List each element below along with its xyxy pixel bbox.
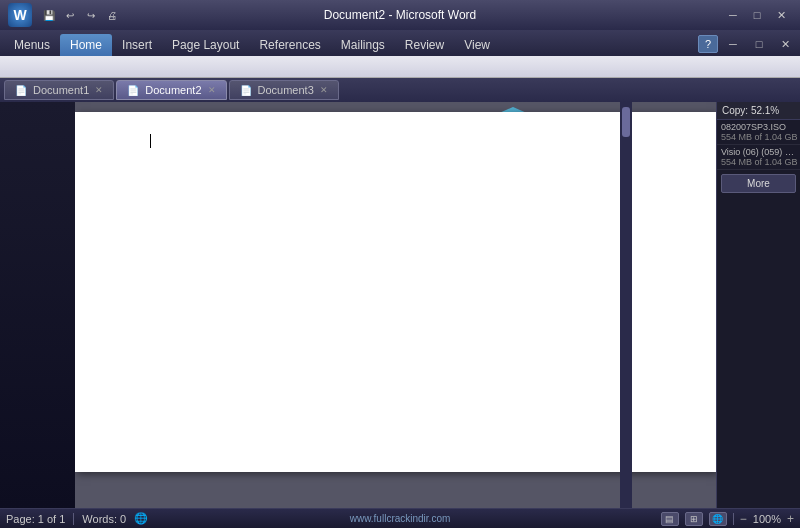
doc-tab-close-3[interactable]: ✕ [320,85,328,95]
copy-item-2-name: Visio (06) (059) Pa... [721,147,796,157]
view-print-btn[interactable]: ▤ [661,512,679,526]
ribbon-content [0,56,800,78]
quick-print-btn[interactable]: 🖨 [103,6,121,24]
vertical-scrollbar[interactable] [620,102,632,508]
doc-tab-label-2: Document2 [145,84,201,96]
status-divider-2 [733,513,734,525]
copy-item-1: 082007SP3.ISO 554 MB of 1.04 GB [717,120,800,145]
undo-quick-btn[interactable]: ↩ [61,6,79,24]
copy-item-1-size: 554 MB of 1.04 GB [721,132,796,142]
save-quick-btn[interactable]: 💾 [40,6,58,24]
more-button[interactable]: More [721,174,796,193]
tab-view[interactable]: View [454,34,500,56]
help-button[interactable]: ? [698,35,718,53]
redo-quick-btn[interactable]: ↪ [82,6,100,24]
ribbon-right-controls: ? ─ □ ✕ [698,35,796,56]
tab-mailings[interactable]: Mailings [331,34,395,56]
doc-tab-2[interactable]: 📄 Document2 ✕ [116,80,226,100]
doc-tab-1[interactable]: 📄 Document1 ✕ [4,80,114,100]
tab-home[interactable]: Home [60,34,112,56]
doc-tab-close-1[interactable]: ✕ [95,85,103,95]
tab-insert[interactable]: Insert [112,34,162,56]
word-count: Words: 0 [82,513,126,525]
doc-tab-label-3: Document3 [258,84,314,96]
copy-header: Copy: 52.1% [717,102,800,120]
main-area: Copy: 52.1% 082007SP3.ISO 554 MB of 1.04… [0,102,800,508]
maximize-button[interactable]: □ [746,7,768,23]
copy-progress-panel: Copy: 52.1% 082007SP3.ISO 554 MB of 1.04… [716,102,800,508]
minimize-button[interactable]: ─ [722,7,744,23]
text-cursor [150,134,151,148]
view-web-btn[interactable]: 🌐 [709,512,727,526]
ribbon-restore-btn[interactable]: □ [748,36,770,52]
tab-page-layout[interactable]: Page Layout [162,34,249,56]
zoom-out-btn[interactable]: − [740,512,747,526]
word-icon: W [8,3,32,27]
tab-review[interactable]: Review [395,34,454,56]
zoom-in-btn[interactable]: + [787,512,794,526]
title-bar: W 💾 ↩ ↪ 🖨 Document2 - Microsoft Word ─ □… [0,0,800,30]
window-controls: ─ □ ✕ [722,7,792,23]
copy-item-2: Visio (06) (059) Pa... 554 MB of 1.04 GB [717,145,800,170]
ribbon-close-btn[interactable]: ✕ [774,36,796,52]
ribbon-tabs: Menus Home Insert Page Layout References… [0,30,800,56]
zoom-level: 100% [753,513,781,525]
doc-tab-3[interactable]: 📄 Document3 ✕ [229,80,339,100]
status-divider-1 [73,513,74,525]
scrollbar-thumb[interactable] [622,107,630,137]
language-icon: 🌐 [134,512,148,525]
title-bar-left: W 💾 ↩ ↪ 🖨 [8,3,121,27]
copy-item-1-name: 082007SP3.ISO [721,122,796,132]
doc-tab-close-2[interactable]: ✕ [208,85,216,95]
doc-tab-icon-1: 📄 [15,85,27,96]
view-full-btn[interactable]: ⊞ [685,512,703,526]
website-url: www.fullcrackindir.com [350,513,451,524]
tab-menus[interactable]: Menus [4,34,60,56]
document-tabs: 📄 Document1 ✕ 📄 Document2 ✕ 📄 Document3 … [0,78,800,102]
doc-tab-label-1: Document1 [33,84,89,96]
window-title: Document2 - Microsoft Word [324,8,477,22]
close-button[interactable]: ✕ [770,7,792,23]
status-right: ▤ ⊞ 🌐 − 100% + [661,512,794,526]
page-info: Page: 1 of 1 [6,513,65,525]
status-bar: Page: 1 of 1 Words: 0 🌐 www.fullcrackind… [0,508,800,528]
tab-references[interactable]: References [249,34,330,56]
document-area[interactable] [75,102,716,508]
left-sidebar [0,102,75,508]
ribbon-minimize-btn[interactable]: ─ [722,36,744,52]
doc-tab-icon-2: 📄 [127,85,139,96]
quick-access-toolbar: 💾 ↩ ↪ 🖨 [40,6,121,24]
copy-item-2-size: 554 MB of 1.04 GB [721,157,796,167]
doc-tab-icon-3: 📄 [240,85,252,96]
